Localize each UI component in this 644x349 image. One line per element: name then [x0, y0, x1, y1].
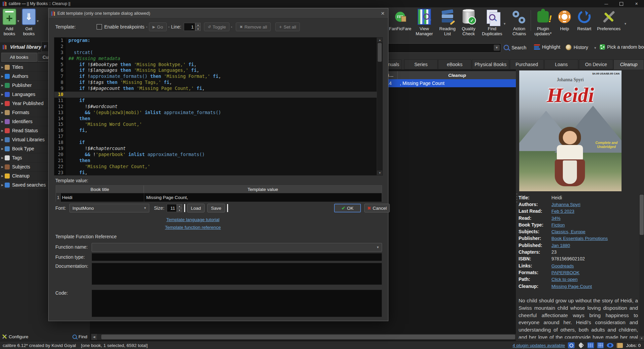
toggle-button[interactable]: ↺ Toggle	[204, 22, 229, 31]
expand-caret-icon[interactable]: ▶	[0, 66, 5, 69]
template-language-tutorial-link[interactable]: Template language tutorial	[166, 217, 219, 222]
toolbar-button-find-duplicates[interactable]: FindDuplicates	[481, 9, 503, 36]
detail-value[interactable]: 34%	[551, 216, 560, 221]
book-list-horizontal-scrollbar[interactable]: ◀	[91, 334, 516, 340]
toolbar-button-quality-check[interactable]: ✓QualityCheck	[458, 9, 479, 36]
library-tab-purchased[interactable]: Purchased	[510, 59, 544, 69]
pick-random-book-button[interactable]: Pick a random book	[600, 44, 644, 50]
library-tab-physical-books[interactable]: Physical Books	[472, 59, 509, 69]
line-number-spinner[interactable]: 1	[184, 23, 195, 31]
remove-all-button[interactable]: ✖ Remove all	[236, 22, 271, 31]
jobs-status[interactable]: Jobs: 0	[626, 343, 641, 348]
toolbar-button-help[interactable]: Help	[555, 9, 574, 31]
library-tab-on-device[interactable]: On Device	[579, 59, 613, 69]
template-value-row[interactable]: 1 Heidi Missing Page Count,	[56, 193, 382, 202]
cancel-button[interactable]: ✖ Cancel	[364, 204, 390, 212]
enable-breakpoints-checkbox[interactable]	[97, 24, 102, 30]
toolbar-button-add-books[interactable]: Addbooks	[1, 9, 18, 36]
horizontal-scrollbar-thumb[interactable]	[101, 335, 515, 339]
library-tab-cleanup[interactable]: Cleanup	[613, 59, 644, 69]
toolbar-button-restart[interactable]: Restart	[574, 9, 595, 31]
detail-value[interactable]: Feb 5 2023	[551, 209, 574, 214]
font-combobox[interactable]: InputMono▼	[69, 204, 149, 212]
history-button[interactable]: History	[566, 44, 588, 50]
expand-caret-icon[interactable]: ▶	[0, 174, 5, 178]
load-button[interactable]: Load	[187, 204, 205, 212]
expand-caret-icon[interactable]: ▶	[0, 138, 5, 141]
line-spinner-arrows[interactable]: ▲▼	[195, 23, 201, 31]
function-name-combobox[interactable]: ▼	[92, 243, 382, 252]
scroll-left-icon[interactable]: ◀	[91, 334, 97, 340]
search-dropdown-icon[interactable]: ▼	[494, 45, 500, 51]
detail-value[interactable]: Classics, Europe	[551, 229, 585, 234]
toolbar-button-get-books[interactable]: ⇓Getbooks	[20, 9, 38, 36]
save-button[interactable]: Save	[207, 204, 225, 212]
size-spinner[interactable]: 11	[167, 204, 177, 212]
detail-value[interactable]: Jan 1880	[551, 243, 570, 248]
book-cover[interactable]: $4.95 USA/$5.95 CAN Johanna Spyri Heidi …	[519, 70, 622, 191]
ok-button[interactable]: ✔ OK	[334, 204, 361, 212]
cover-grid-toggle-icon[interactable]	[597, 342, 604, 348]
highlight-button[interactable]: Highlight	[534, 44, 560, 50]
detail-value[interactable]: PAPERBOOK	[551, 270, 580, 275]
library-tab-series[interactable]: Series	[404, 59, 438, 69]
dropdown-arrow-icon[interactable]: ▼	[36, 19, 39, 23]
library-tab-ebooks[interactable]: eBooks	[438, 59, 471, 69]
vertical-scrollbar-thumb[interactable]	[640, 195, 644, 235]
scroll-up-icon[interactable]: ▲	[377, 38, 383, 42]
plugin-updates-link[interactable]: 4 plugin updates available	[513, 343, 565, 348]
detail-value[interactable]: Book Essentials Promotions	[551, 236, 608, 241]
toolbar-button-plugin-updates[interactable]: Pluginupdates*	[532, 9, 554, 36]
expand-caret-icon[interactable]: ▶	[0, 184, 5, 187]
search-button[interactable]: Search	[503, 44, 526, 51]
toolbar-button-fanficfare[interactable]: FFFFanFicFare	[389, 9, 411, 31]
library-tab-loans[interactable]: Loans	[544, 59, 578, 69]
sidebar-tab-all-books[interactable]: All books	[1, 53, 37, 62]
go-button[interactable]: ▶ Go	[149, 22, 167, 31]
expand-caret-icon[interactable]: ▶	[0, 165, 5, 168]
template-value-column-header[interactable]: Template value	[144, 186, 382, 193]
detail-value[interactable]: Click to open	[551, 277, 578, 282]
dropdown-arrow-icon[interactable]: ▼	[503, 22, 506, 26]
details-vertical-scrollbar[interactable]: ▼	[639, 194, 644, 341]
detail-value[interactable]: Johanna Spyri	[551, 202, 580, 207]
search-highlight-icon[interactable]	[568, 342, 575, 348]
detail-value[interactable]: Fiction	[551, 222, 565, 228]
expand-caret-icon[interactable]: ▶	[0, 84, 5, 87]
toolbar-button-preferences[interactable]: Preferences	[594, 9, 624, 31]
quickview-toggle-icon[interactable]	[607, 343, 613, 348]
cover-browser-toggle-icon[interactable]	[587, 342, 594, 348]
panel-splitter-handle[interactable]	[516, 194, 518, 214]
dropdown-arrow-icon[interactable]: ▼	[624, 22, 627, 26]
scroll-down-icon[interactable]: ▼	[639, 336, 644, 341]
dialog-close-icon[interactable]: ✕	[381, 8, 385, 18]
history-dropdown-icon[interactable]: ▼	[594, 46, 597, 50]
configure-button[interactable]: Configure	[0, 334, 29, 339]
tag-browser-toggle-icon[interactable]	[578, 342, 584, 348]
detail-value[interactable]: Goodreads	[551, 263, 574, 268]
template-function-reference-link[interactable]: Template function reference	[165, 225, 221, 230]
dropdown-arrow-icon[interactable]: ▼	[17, 19, 20, 23]
expand-caret-icon[interactable]: ▶	[0, 75, 5, 78]
expand-caret-icon[interactable]: ▶	[0, 93, 5, 96]
expand-caret-icon[interactable]: ▶	[0, 156, 5, 159]
set-all-button[interactable]: + Set all	[275, 22, 300, 31]
size-spinner-arrows[interactable]: ▲▼	[177, 204, 182, 212]
expand-caret-icon[interactable]: ▶	[0, 129, 5, 132]
column-header-cleanup[interactable]: Cleanup	[398, 71, 516, 79]
expand-caret-icon[interactable]: ▶	[0, 120, 5, 123]
template-code-editor[interactable]: 1program:23 strcat(4## Missing metadata5…	[54, 37, 383, 176]
expand-caret-icon[interactable]: ▶	[0, 147, 5, 150]
toolbar-button-view-manager[interactable]: ViewManager	[414, 9, 435, 36]
editor-scrollbar-thumb[interactable]	[378, 43, 382, 62]
book-title-column-header[interactable]: Book title	[56, 186, 144, 193]
maximize-button[interactable]	[614, 0, 629, 7]
book-details-toggle-icon[interactable]	[616, 343, 623, 348]
dialog-titlebar[interactable]: Edit template (only one template dialog …	[49, 8, 388, 18]
toolbar-button-reading-list[interactable]: ReadingList	[437, 9, 458, 36]
editor-scrollbar[interactable]: ▲ ▼	[377, 38, 382, 175]
minimize-button[interactable]: —	[599, 0, 614, 7]
close-button[interactable]: ✕	[629, 0, 644, 7]
scroll-down-icon[interactable]: ▼	[377, 170, 383, 175]
find-button[interactable]: Find	[72, 334, 87, 339]
